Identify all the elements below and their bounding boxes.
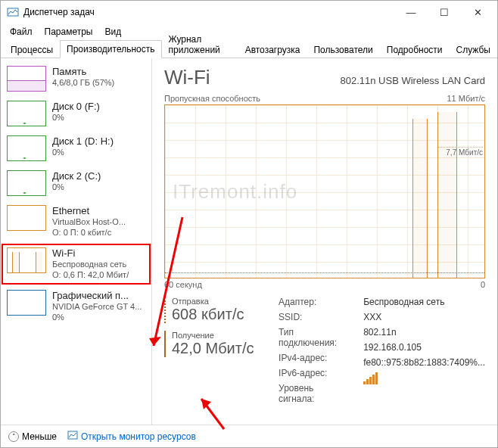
sidebar-item-label: Диск 0 (F:) — [52, 101, 100, 113]
sidebar-item-memory[interactable]: Память 4,6/8,0 ГБ (57%) — [1, 61, 151, 96]
menu-view[interactable]: Вид — [98, 25, 127, 39]
disk-thumb-icon — [7, 135, 46, 161]
detail-key: Тип подключения: — [279, 327, 350, 348]
adapter-name: 802.11n USB Wireless LAN Card — [341, 75, 485, 86]
footer: ˄ Меньше Открыть монитор ресурсов — [1, 425, 497, 447]
main-panel: Wi-Fi 802.11n USB Wireless LAN Card Проп… — [152, 58, 497, 425]
sidebar-item-sub2: О: 0,6 П: 42,0 Мбит/ — [52, 270, 129, 281]
menubar: Файл Параметры Вид — [1, 23, 497, 40]
sidebar-item-label: Память — [52, 66, 114, 78]
detail-key: Адаптер: — [279, 297, 350, 307]
gpu-thumb-icon — [7, 290, 46, 316]
window-title: Диспетчер задач — [23, 7, 394, 17]
disk-thumb-icon — [7, 101, 46, 126]
sidebar-item-disk2[interactable]: Диск 2 (C:) 0% — [1, 166, 151, 201]
tab-services[interactable]: Службы — [450, 41, 497, 58]
menu-options[interactable]: Параметры — [39, 25, 99, 39]
tab-performance[interactable]: Производительность — [60, 40, 161, 58]
sidebar-item-label: Диск 2 (C:) — [52, 170, 101, 182]
ethernet-thumb-icon — [7, 205, 46, 231]
task-manager-window: Диспетчер задач — ☐ ✕ Файл Параметры Вид… — [0, 0, 498, 448]
sidebar-item-sub: VirtualBox Host-O... — [52, 217, 126, 228]
sidebar-item-gpu[interactable]: Графический п... NVIDIA GeForce GT 4... … — [1, 285, 151, 328]
sidebar-item-label: Ethernet — [52, 205, 126, 217]
sidebar-item-ethernet[interactable]: Ethernet VirtualBox Host-O... О: 0 П: 0 … — [1, 201, 151, 243]
sidebar-item-sub: NVIDIA GeForce GT 4... — [52, 302, 142, 313]
detail-key: IPv6-адрес: — [279, 368, 350, 378]
disk-thumb-icon — [7, 170, 46, 196]
titlebar: Диспетчер задач — ☐ ✕ — [1, 1, 497, 23]
send-value: 608 кбит/с — [172, 306, 260, 323]
sidebar-item-label: Графический п... — [52, 290, 142, 302]
recv-value: 42,0 Мбит/с — [172, 340, 260, 357]
detail-value: fe80::975:8b82:1883:7409%... — [363, 357, 485, 368]
sidebar-item-wifi[interactable]: Wi-Fi Беспроводная сеть О: 0,6 П: 42,0 М… — [1, 243, 151, 285]
chart-ymax: 11 Мбит/с — [447, 94, 486, 103]
sidebar-item-sub2: 0% — [52, 313, 142, 323]
sidebar-item-sub: Беспроводная сеть — [52, 260, 129, 270]
resmon-icon — [67, 430, 78, 443]
content: Память 4,6/8,0 ГБ (57%) Диск 0 (F:) 0% Д… — [1, 58, 497, 425]
throughput-chart: ITremont.info 7,7 Мбит/с — [164, 104, 485, 278]
tab-users[interactable]: Пользователи — [307, 41, 379, 58]
fewer-details-button[interactable]: ˄ Меньше — [8, 431, 57, 442]
sidebar-item-sub: 0% — [52, 182, 101, 193]
sidebar-item-label: Wi-Fi — [52, 247, 129, 260]
watermark: ITremont.info — [173, 180, 297, 204]
signal-bars-icon — [363, 372, 485, 387]
chart-xlabel: 60 секунд — [164, 280, 202, 289]
send-label: Отправка — [172, 297, 260, 306]
sidebar-item-disk0[interactable]: Диск 0 (F:) 0% — [1, 96, 151, 131]
detail-value: 192.168.0.105 — [363, 342, 485, 353]
chart-ylabel: Пропускная способность — [164, 94, 260, 103]
tab-apphistory[interactable]: Журнал приложений — [162, 30, 238, 58]
sidebar-item-disk1[interactable]: Диск 1 (D: H:) 0% — [1, 131, 151, 166]
chevron-up-icon: ˄ — [8, 431, 19, 442]
resmon-label: Открыть монитор ресурсов — [81, 431, 196, 442]
detail-key: IPv4-адрес: — [279, 353, 350, 363]
minimize-button[interactable]: — — [394, 2, 428, 23]
fewer-label: Меньше — [22, 431, 57, 442]
svg-rect-0 — [8, 8, 18, 16]
menu-file[interactable]: Файл — [4, 25, 39, 39]
recv-stat: Получение 42,0 Мбит/с — [164, 331, 260, 357]
detail-value: 802.11n — [363, 327, 485, 338]
page-title: Wi-Fi — [164, 66, 210, 89]
tab-processes[interactable]: Процессы — [4, 41, 60, 58]
sidebar-item-sub: 0% — [52, 148, 114, 158]
chart-zero: 0 — [481, 280, 485, 289]
tabs: Процессы Производительность Журнал прило… — [1, 40, 497, 58]
send-stat: Отправка 608 кбит/с — [164, 297, 260, 323]
detail-value: Беспроводная сеть — [363, 297, 485, 307]
sidebar-item-sub: 4,6/8,0 ГБ (57%) — [52, 78, 114, 89]
tab-details[interactable]: Подробности — [380, 41, 450, 58]
maximize-button[interactable]: ☐ — [428, 2, 461, 23]
sidebar-item-sub: 0% — [52, 113, 100, 123]
open-resmon-link[interactable]: Открыть монитор ресурсов — [67, 430, 196, 443]
memory-thumb-icon — [7, 66, 46, 92]
sidebar[interactable]: Память 4,6/8,0 ГБ (57%) Диск 0 (F:) 0% Д… — [1, 58, 152, 425]
sidebar-item-label: Диск 1 (D: H:) — [52, 135, 114, 148]
recv-label: Получение — [172, 331, 260, 340]
detail-key: Уровень сигнала: — [279, 383, 350, 404]
detail-value: XXX — [363, 312, 485, 322]
detail-key: SSID: — [279, 312, 350, 322]
sidebar-item-sub2: О: 0 П: 0 кбит/с — [52, 228, 126, 238]
close-button[interactable]: ✕ — [461, 2, 494, 23]
wifi-thumb-icon — [7, 247, 46, 273]
tab-startup[interactable]: Автозагрузка — [238, 41, 307, 58]
app-icon — [7, 6, 19, 18]
